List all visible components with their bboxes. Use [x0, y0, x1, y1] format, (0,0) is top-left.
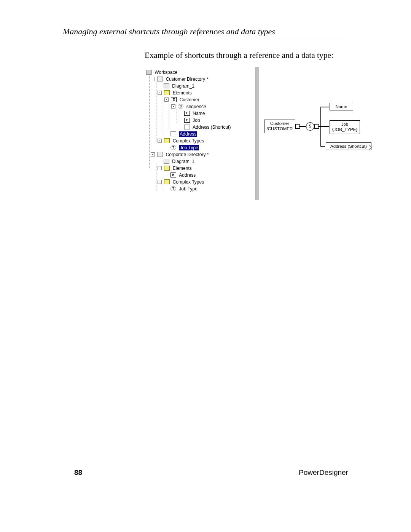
- diagram-line: [320, 126, 329, 127]
- workspace-icon: [146, 70, 152, 75]
- shortcut-icon: [184, 125, 190, 129]
- diagram-name-box[interactable]: Name: [330, 103, 353, 110]
- tree-label: Corporate Directory *: [166, 152, 209, 157]
- type-shortcut-icon: [170, 145, 176, 150]
- tree-label: Job Type: [179, 186, 197, 192]
- diagram-text: /CUSTOMER: [264, 126, 295, 131]
- tree-node-workspace[interactable]: Workspace: [146, 69, 253, 75]
- diagram-line: [320, 146, 325, 147]
- element-icon: [171, 97, 177, 102]
- diagram-text: Name: [336, 104, 347, 109]
- tree-node-complex-b[interactable]: - Complex Types: [146, 178, 253, 185]
- collapse-icon[interactable]: -: [151, 77, 155, 81]
- tree-node-address-selected[interactable]: Address: [146, 130, 253, 137]
- example-text: Example of shortcuts through a reference…: [145, 51, 348, 60]
- diagram-line: [320, 107, 329, 107]
- folder-icon: [164, 166, 170, 171]
- tree-label-selected: Job Type: [179, 145, 199, 150]
- element-icon: [184, 118, 190, 123]
- collapse-icon[interactable]: -: [158, 91, 162, 95]
- tree-node-address-b[interactable]: Address: [146, 171, 253, 178]
- collapse-icon[interactable]: -: [151, 152, 155, 157]
- tree-label: Diagram_1: [172, 83, 194, 89]
- tree-node-complex-types[interactable]: - Complex Types: [146, 137, 253, 144]
- diagram-customer-box[interactable]: Customer /CUSTOMER: [264, 120, 295, 133]
- type-icon: [170, 186, 176, 191]
- sequence-icon: [178, 104, 183, 109]
- collapse-icon[interactable]: -: [171, 104, 175, 109]
- diagram-text: S: [309, 124, 311, 128]
- diagram-sequence-circle[interactable]: S: [306, 122, 314, 131]
- tree-label: Customer Directory *: [166, 77, 208, 82]
- collapse-icon[interactable]: -: [164, 97, 169, 102]
- tree-node-elements-b[interactable]: - Elements: [146, 165, 253, 171]
- tree-label: Address: [179, 173, 196, 178]
- folder-icon: [164, 138, 170, 143]
- tree-label: Elements: [173, 166, 192, 171]
- tree-label: Elements: [173, 90, 192, 96]
- tree-label: Workspace: [155, 70, 177, 75]
- diagram-job-box[interactable]: Job {JOB_TYPE}: [330, 120, 360, 134]
- shortcut-icon: [170, 131, 176, 136]
- tree-label-selected: Address: [179, 131, 197, 137]
- tree-label: Job: [193, 118, 200, 123]
- diagram-address-box[interactable]: Address (Shortcut): [326, 142, 371, 150]
- page-heading: Managing external shortcuts through refe…: [63, 27, 348, 39]
- tree-label: Diagram_1: [172, 159, 194, 164]
- collapse-icon[interactable]: -: [158, 166, 162, 170]
- diagram-text: {JOB_TYPE}: [330, 127, 360, 132]
- tree-node-corporate-directory[interactable]: - Corporate Directory *: [146, 151, 253, 158]
- pane-divider: [255, 67, 260, 200]
- element-icon: [184, 111, 190, 116]
- diagram-icon: [164, 83, 169, 88]
- tree-label: sequence: [186, 104, 206, 109]
- tree-node-name[interactable]: Name: [146, 110, 253, 117]
- product-name: PowerDesigner: [299, 468, 348, 477]
- tree-label: Complex Types: [173, 179, 204, 185]
- model-icon: [157, 152, 163, 157]
- diagram-text: Job: [330, 121, 360, 127]
- tree-node-job[interactable]: Job: [146, 117, 253, 123]
- element-icon: [170, 173, 176, 177]
- diagram-icon: [164, 159, 169, 164]
- tree-node-diagram[interactable]: Diagram_1: [146, 82, 253, 89]
- diagram-line: [299, 126, 307, 127]
- diagram-pane: Customer /CUSTOMER S Name Job {JOB: [263, 67, 388, 200]
- tree-node-jobtype-b[interactable]: Job Type: [146, 185, 253, 192]
- tree-label: Address (Shortcut): [193, 125, 231, 130]
- collapse-icon[interactable]: -: [158, 180, 162, 184]
- tree-node-customer-directory[interactable]: - Customer Directory *: [146, 75, 253, 82]
- folder-icon: [164, 179, 170, 184]
- tree-view: Workspace - Customer Directory * Diagram…: [146, 69, 253, 192]
- tree-node-diagram-b[interactable]: Diagram_1: [146, 158, 253, 165]
- figure: Workspace - Customer Directory * Diagram…: [145, 67, 388, 200]
- diagram-text: Customer: [264, 121, 295, 126]
- tree-node-address-shortcut[interactable]: Address (Shortcut): [146, 123, 253, 130]
- tree-node-jobtype-selected[interactable]: Job Type: [146, 144, 253, 151]
- tree-label: Customer: [180, 97, 199, 102]
- model-icon: [157, 77, 163, 81]
- diagram-text: Address (Shortcut): [330, 144, 367, 149]
- tree-node-customer[interactable]: - Customer: [146, 96, 253, 103]
- folder-icon: [164, 90, 170, 95]
- tree-label: Name: [193, 111, 205, 116]
- collapse-icon[interactable]: -: [158, 139, 162, 143]
- page-number: 88: [74, 468, 82, 477]
- tree-node-sequence[interactable]: - sequence: [146, 103, 253, 110]
- tree-label: Complex Types: [173, 138, 204, 144]
- tree-node-elements[interactable]: - Elements: [146, 89, 253, 96]
